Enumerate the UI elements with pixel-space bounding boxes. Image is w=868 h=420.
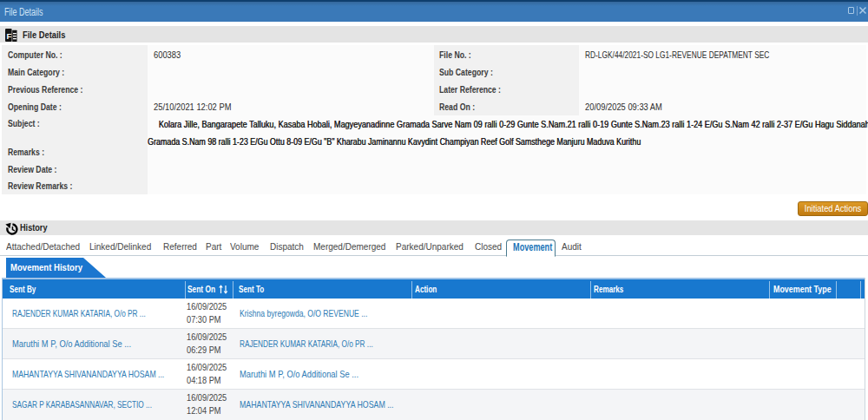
svg-text:F: F <box>7 31 12 41</box>
